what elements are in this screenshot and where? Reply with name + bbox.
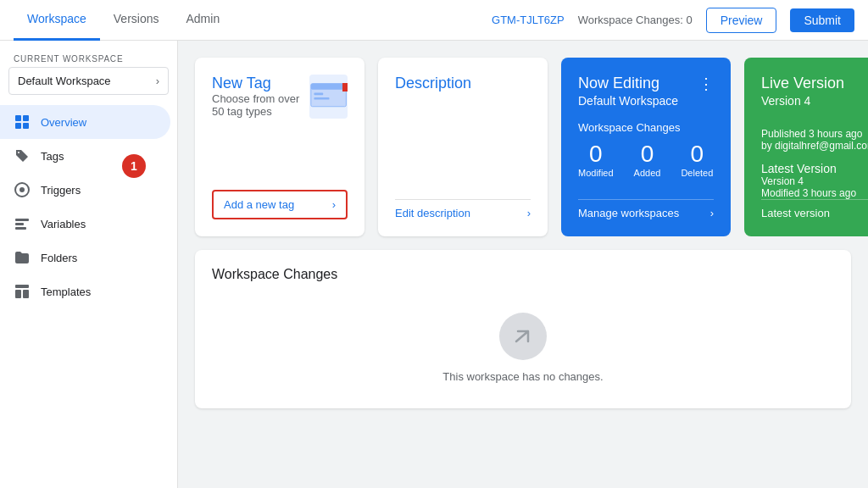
more-options-icon[interactable]: ⋮ <box>698 75 714 93</box>
published-by: by digitalhref@gmail.com <box>761 140 868 152</box>
current-workspace-label: CURRENT WORKSPACE <box>0 41 177 67</box>
svg-rect-3 <box>23 123 29 129</box>
svg-rect-8 <box>15 227 26 230</box>
new-tag-subtitle: Choose from over 50 tag types <box>212 92 309 118</box>
chevron-right-icon: › <box>710 207 714 219</box>
sidebar-item-variables[interactable]: Variables <box>0 207 170 241</box>
sidebar-folders-label: Folders <box>41 252 77 264</box>
new-tag-card-top: New Tag Choose from over 50 tag types <box>212 75 348 131</box>
add-new-tag-button[interactable]: Add a new tag › <box>212 190 348 219</box>
no-changes-icon <box>499 313 547 360</box>
tags-icon <box>14 147 31 164</box>
svg-rect-10 <box>15 290 21 298</box>
new-tag-title: New Tag <box>212 75 309 92</box>
svg-rect-0 <box>15 115 21 121</box>
latest-modified: Modified 3 hours ago <box>761 187 868 199</box>
live-version-card: Live Version Version 4 Published 3 hours… <box>744 58 868 236</box>
sidebar-nav: Overview Tags Triggers <box>0 105 177 308</box>
sidebar: CURRENT WORKSPACE Default Workspace › Ov… <box>0 41 178 488</box>
now-editing-workspace: Default Workspace <box>578 94 678 108</box>
no-changes-area: This workspace has no changes. <box>212 296 834 391</box>
sidebar-overview-label: Overview <box>41 116 86 129</box>
new-tag-card-left: New Tag Choose from over 50 tag types <box>212 75 309 131</box>
added-count: 0 Added <box>634 141 661 178</box>
svg-rect-9 <box>15 285 29 288</box>
latest-version-label: Latest Version <box>761 162 868 175</box>
annotation-badge-1: 1 <box>122 154 146 178</box>
description-card: Description Edit description › <box>378 58 548 236</box>
sidebar-item-folders[interactable]: Folders <box>0 241 170 274</box>
svg-rect-13 <box>311 84 347 90</box>
modified-count: 0 Modified <box>578 141 614 178</box>
workspace-name: Default Workspace <box>18 75 111 87</box>
new-tag-card: New Tag Choose from over 50 tag types <box>195 58 364 236</box>
nav-tabs: Workspace Versions Admin <box>14 0 233 41</box>
sidebar-variables-label: Variables <box>41 218 86 230</box>
sidebar-item-triggers[interactable]: Triggers <box>0 173 170 207</box>
workspace-changes-card: Workspace Changes This workspace has no … <box>195 250 851 408</box>
top-nav-right: GTM-TJLT6ZP Workspace Changes: 0 Preview… <box>492 8 854 33</box>
svg-rect-1 <box>23 115 29 121</box>
published-info: Published 3 hours ago by digitalhref@gma… <box>761 118 868 152</box>
description-title: Description <box>395 75 531 92</box>
ws-changes-label: Workspace Changes <box>578 121 714 134</box>
svg-marker-16 <box>342 80 348 95</box>
latest-version-button[interactable]: Latest version › <box>761 199 868 219</box>
latest-version-num: Version 4 <box>761 175 868 187</box>
svg-rect-14 <box>314 92 323 95</box>
triggers-icon <box>14 181 31 198</box>
live-version-num: Version 4 <box>761 94 868 108</box>
top-nav: Workspace Versions Admin GTM-TJLT6ZP Wor… <box>0 0 868 41</box>
now-editing-title: Now Editing <box>578 75 678 92</box>
published-time: Published 3 hours ago <box>761 128 868 140</box>
submit-button[interactable]: Submit <box>790 8 854 32</box>
edit-description-button[interactable]: Edit description › <box>395 199 531 219</box>
sidebar-templates-label: Templates <box>41 286 91 298</box>
cards-row: New Tag Choose from over 50 tag types <box>195 58 851 236</box>
gtm-id: GTM-TJLT6ZP <box>492 14 565 26</box>
main-layout: CURRENT WORKSPACE Default Workspace › Ov… <box>0 41 868 488</box>
folders-icon <box>14 249 31 266</box>
now-editing-info: Now Editing Default Workspace <box>578 75 678 108</box>
manage-workspaces-button[interactable]: Manage workspaces › <box>578 199 714 219</box>
now-editing-header: Now Editing Default Workspace ⋮ <box>578 75 714 108</box>
main-content: New Tag Choose from over 50 tag types <box>178 41 868 488</box>
sidebar-tags-label: Tags <box>41 150 64 163</box>
chevron-right-icon: › <box>527 207 531 219</box>
preview-button[interactable]: Preview <box>706 8 777 33</box>
live-version-title: Live Version <box>761 75 868 92</box>
svg-rect-2 <box>15 123 21 129</box>
workspace-changes-section: Workspace Changes 0 Modified 0 Added 0 D <box>578 121 714 178</box>
ws-changes-numbers: 0 Modified 0 Added 0 Deleted <box>578 141 714 178</box>
tag-icon-area <box>309 75 348 119</box>
svg-rect-6 <box>15 219 29 221</box>
svg-rect-7 <box>15 223 24 225</box>
tab-workspace[interactable]: Workspace <box>14 0 100 41</box>
latest-version-section: Latest Version Version 4 Modified 3 hour… <box>761 162 868 199</box>
variables-icon <box>14 215 31 232</box>
tab-admin[interactable]: Admin <box>172 0 233 41</box>
workspace-changes-heading: Workspace Changes <box>212 267 834 282</box>
sidebar-item-overview[interactable]: Overview <box>0 105 170 139</box>
templates-icon <box>14 283 31 300</box>
sidebar-item-templates[interactable]: Templates <box>0 274 170 308</box>
svg-rect-15 <box>314 97 329 100</box>
overview-icon <box>14 114 31 130</box>
workspace-selector[interactable]: Default Workspace › <box>8 67 169 95</box>
deleted-count: 0 Deleted <box>681 141 713 178</box>
now-editing-card: Now Editing Default Workspace ⋮ Workspac… <box>561 58 731 236</box>
chevron-right-icon: › <box>332 198 336 211</box>
svg-point-5 <box>19 187 25 192</box>
svg-rect-11 <box>23 290 29 298</box>
tab-versions[interactable]: Versions <box>100 0 173 41</box>
no-changes-text: This workspace has no changes. <box>442 370 603 383</box>
sidebar-triggers-label: Triggers <box>41 184 81 197</box>
chevron-right-icon: › <box>156 75 159 87</box>
workspace-changes-label: Workspace Changes: 0 <box>578 14 693 26</box>
